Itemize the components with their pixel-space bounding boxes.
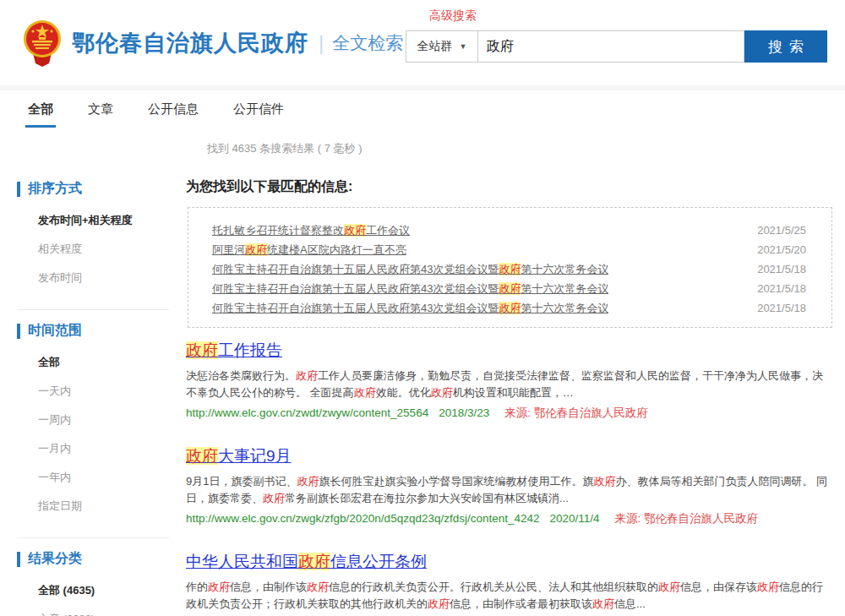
match-row: 托扎敏乡召开统计督察整改政府工作会议 2021/5/25: [212, 221, 806, 240]
result-title-link[interactable]: 政府工作报告: [186, 340, 282, 362]
tab-articles[interactable]: 文章: [85, 101, 116, 128]
category-item-all[interactable]: 全部 (4635): [38, 583, 169, 598]
result-meta: http://www.elc.gov.cn/zwdt/zwyw/content_…: [186, 406, 832, 421]
result-url: http://www.elc.gov.cn/zwgk/zfgb/2020n/d5…: [186, 512, 540, 525]
title-divider: |: [319, 31, 324, 55]
time-item-week[interactable]: 一周内: [38, 412, 169, 428]
sort-item-time[interactable]: 发布时间: [38, 270, 169, 286]
search-bar: 全站群 ▼ 搜索: [406, 30, 827, 63]
result-source: 来源: 鄂伦春自治旗人民政府: [504, 406, 648, 421]
sort-section: 排序方式 发布时间+相关程度 相关程度 发布时间: [17, 180, 169, 310]
result-date: 2020/11/4: [550, 512, 600, 525]
content-area: 排序方式 发布时间+相关程度 相关程度 发布时间 时间范围 全部 一天内 一周内…: [0, 156, 845, 616]
match-date: 2021/5/18: [747, 279, 806, 298]
result-type-tabbar: 全部 文章 公开信息 公开信件: [0, 85, 845, 128]
result-snippet: 作的政府信息，由制作该政府信息的行政机关负责公开。行政机关从公民、法人和其他组织…: [186, 579, 832, 613]
search-input[interactable]: [478, 30, 744, 63]
time-range-section: 时间范围 全部 一天内 一周内 一月内 一年内 指定日期: [17, 322, 169, 538]
results-summary: 找到 4635 条搜索结果 ( 7 毫秒 ): [207, 141, 845, 156]
result-snippet: 决惩治各类腐败行为。政府工作人员要廉洁修身，勤勉尽责，自觉接受法律监督、监察监督…: [186, 368, 832, 401]
match-row: 何胜宝主持召开自治旗第十五届人民政府第43次党组会议暨政府第十六次常务会议 20…: [212, 259, 806, 279]
category-item-articles[interactable]: 文章 (2992): [38, 612, 169, 616]
filter-sidebar: 排序方式 发布时间+相关程度 相关程度 发布时间 时间范围 全部 一天内 一周内…: [0, 156, 169, 616]
search-scope-select[interactable]: 全站群 ▼: [406, 30, 478, 63]
sort-item-time-relevance[interactable]: 发布时间+相关程度: [38, 213, 169, 228]
result-meta: http://www.elc.gov.cn/zwgk/zfgb/2020n/d5…: [186, 511, 832, 526]
result-title-link[interactable]: 政府大事记9月: [186, 445, 292, 467]
accent-bar: [17, 552, 20, 567]
match-date: 2021/5/18: [747, 298, 806, 318]
match-link[interactable]: 托扎敏乡召开统计督察整改政府工作会议: [212, 221, 410, 240]
category-section: 结果分类 全部 (4635) 文章 (2992) 公开信息 (1630) 公开信…: [17, 550, 169, 616]
match-row: 何胜宝主持召开自治旗第十五届人民政府第43次党组会议暨政府第十六次常务会议 20…: [212, 298, 806, 318]
best-match-heading: 为您找到以下最匹配的信息:: [186, 178, 832, 196]
result-snippet: 9月1日，旗委副书记、政府旗长何胜宝赴旗实验小学督导国家统编教材使用工作。旗政府…: [186, 473, 832, 507]
time-item-custom-date[interactable]: 指定日期: [38, 499, 169, 514]
result-title-link[interactable]: 中华人民共和国政府信息公开条例: [186, 551, 427, 573]
advanced-search-link[interactable]: 高级搜索: [429, 8, 477, 24]
match-date: 2021/5/20: [747, 240, 806, 259]
best-match-box: 托扎敏乡召开统计督察整改政府工作会议 2021/5/25 阿里河政府统建楼A区院…: [188, 207, 832, 328]
tab-all[interactable]: 全部: [25, 101, 56, 128]
search-results-page: 鄂伦春自治旗人民政府 | 全文检索 全站群 ▼ 搜索 高级搜索 全部 文章 公开…: [0, 0, 845, 616]
match-link[interactable]: 阿里河政府统建楼A区院内路灯一直不亮: [212, 240, 406, 259]
match-link[interactable]: 何胜宝主持召开自治旗第十五届人民政府第43次党组会议暨政府第十六次常务会议: [212, 298, 608, 318]
search-result: 政府大事记9月 9月1日，旗委副书记、政府旗长何胜宝赴旗实验小学督导国家统编教材…: [186, 445, 832, 526]
site-title: 鄂伦春自治旗人民政府: [72, 28, 308, 58]
site-subtitle: 全文检索: [332, 31, 403, 55]
match-link[interactable]: 何胜宝主持召开自治旗第十五届人民政府第43次党组会议暨政府第十六次常务会议: [212, 279, 608, 298]
result-url: http://www.elc.gov.cn/zwdt/zwyw/content_…: [186, 406, 428, 419]
result-source: 来源: 鄂伦春自治旗人民政府: [615, 511, 759, 526]
category-heading: 结果分类: [17, 550, 169, 568]
time-item-all[interactable]: 全部: [38, 355, 169, 370]
tab-public-info[interactable]: 公开信息: [145, 101, 201, 128]
results-main: 为您找到以下最匹配的信息: 托扎敏乡召开统计督察整改政府工作会议 2021/5/…: [169, 156, 845, 616]
match-date: 2021/5/18: [747, 259, 806, 279]
search-button[interactable]: 搜索: [744, 30, 827, 63]
sort-item-relevance[interactable]: 相关程度: [38, 242, 169, 257]
search-scope-value: 全站群: [417, 39, 453, 54]
time-range-heading: 时间范围: [17, 322, 169, 340]
result-date: 2018/3/23: [439, 406, 489, 419]
national-emblem-logo: [21, 19, 63, 67]
search-result: 政府工作报告 决惩治各类腐败行为。政府工作人员要廉洁修身，勤勉尽责，自觉接受法律…: [186, 340, 832, 421]
match-row: 何胜宝主持召开自治旗第十五届人民政府第43次党组会议暨政府第十六次常务会议 20…: [212, 279, 806, 298]
site-header: 鄂伦春自治旗人民政府 | 全文检索 全站群 ▼ 搜索 高级搜索: [0, 0, 845, 85]
chevron-down-icon: ▼: [460, 42, 467, 51]
search-result: 中华人民共和国政府信息公开条例 作的政府信息，由制作该政府信息的行政机关负责公开…: [186, 551, 832, 616]
accent-bar: [17, 324, 20, 339]
match-row: 阿里河政府统建楼A区院内路灯一直不亮 2021/5/20: [212, 240, 806, 259]
time-item-month[interactable]: 一月内: [38, 441, 169, 456]
time-item-day[interactable]: 一天内: [38, 384, 169, 399]
match-link[interactable]: 何胜宝主持召开自治旗第十五届人民政府第43次党组会议暨政府第十六次常务会议: [212, 259, 608, 279]
tab-public-letters[interactable]: 公开信件: [231, 101, 286, 128]
match-date: 2021/5/25: [747, 221, 806, 240]
time-item-year[interactable]: 一年内: [38, 470, 169, 485]
accent-bar: [17, 182, 20, 197]
sort-section-heading: 排序方式: [17, 180, 169, 198]
